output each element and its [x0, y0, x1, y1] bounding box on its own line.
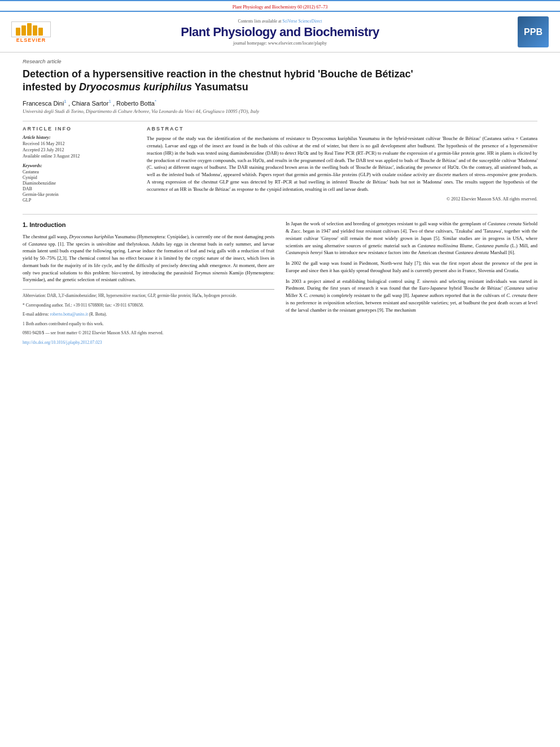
keyword-diaminobenzidine: Diaminobenzidine	[23, 181, 135, 186]
abstract-column: ABSTRACT The purpose of the study was th…	[147, 126, 537, 205]
keywords-label: Keywords:	[23, 163, 135, 168]
journal-header-center: Contents lists available at SciVerse Sci…	[68, 19, 492, 46]
main-content: Research article Detection of a hypersen…	[0, 53, 560, 360]
intro-para3: In 2002 the gall wasp was found in Piedm…	[286, 260, 537, 274]
journal-homepage: journal homepage: www.elsevier.com/locat…	[68, 41, 492, 46]
article-type-label: Research article	[23, 58, 537, 64]
keyword-glp: GLP	[23, 198, 135, 203]
article-history: Article history: Received 16 May 2012 Ac…	[23, 135, 135, 159]
body-col-left: 1. Introduction The chestnut gall wasp, …	[23, 220, 274, 349]
elsevier-tree-image	[11, 21, 51, 37]
keyword-cynipid: Cynipid	[23, 175, 135, 180]
history-label: Article history:	[23, 135, 135, 140]
keywords-list: Castanea Cynipid Diaminobenzidine DAB Ge…	[23, 169, 135, 203]
footnote-section: Abbreviation: DAB, 3,3'-diaminobenzidine…	[23, 289, 274, 346]
sciverse-text: Contents lists available at SciVerse Sci…	[68, 19, 492, 24]
body-col-right: In Japan the work of selection and breed…	[286, 220, 537, 349]
journal-name: Plant Physiology and Biochemistry	[68, 25, 492, 40]
available-date: Available online 3 August 2012	[23, 154, 80, 159]
ppb-logo-section: PPB	[492, 16, 549, 47]
intro-para1: The chestnut gall wasp, Dryocosmus kurip…	[23, 233, 274, 283]
ppb-logo: PPB	[518, 16, 549, 47]
abbreviation-footnote: Abbreviation: DAB, 3,3'-diaminobenzidine…	[23, 293, 274, 299]
authors-line: Francesca Dini1 , Chiara Sartor1 , Rober…	[23, 99, 537, 107]
sciverse-link[interactable]: SciVerse ScienceDirect	[282, 19, 322, 24]
author2-name: , Chiara Sartor	[68, 99, 109, 106]
elsevier-logo-section: ELSEVIER	[11, 21, 68, 43]
article-info-column: ARTICLE INFO Article history: Received 1…	[23, 126, 135, 205]
journal-citation-bar: Plant Physiology and Biochemistry 60 (20…	[0, 2, 560, 12]
accepted-date: Accepted 23 July 2012	[23, 147, 64, 152]
elsevier-logo: ELSEVIER	[11, 21, 51, 43]
svg-rect-1	[21, 25, 26, 36]
author3-name: , Roberto Botta	[113, 99, 155, 106]
svg-rect-0	[16, 28, 20, 36]
footnote1-text: 1 Both authors contributed equally to th…	[23, 321, 274, 327]
elsevier-wordmark: ELSEVIER	[16, 37, 46, 43]
article-info-header: ARTICLE INFO	[23, 126, 135, 132]
keyword-dab: DAB	[23, 186, 135, 191]
issn-line: 0981-9428/$ — see front matter © 2012 El…	[23, 330, 274, 337]
doi-line: http://dx.doi.org/10.1016/j.plaphy.2012.…	[23, 340, 274, 346]
keyword-germin: Germin-like protein	[23, 192, 135, 197]
body-two-col: 1. Introduction The chestnut gall wasp, …	[23, 220, 537, 349]
body-content: 1. Introduction The chestnut gall wasp, …	[23, 214, 537, 349]
author1-name: Francesca Dini	[23, 99, 64, 106]
svg-rect-4	[38, 28, 43, 36]
abstract-text: The purpose of the study was the identif…	[147, 135, 537, 203]
intro-para2: In Japan the work of selection and breed…	[286, 220, 537, 256]
corresponding-footnote: * Corresponding author. Tel.: +39 011 67…	[23, 303, 274, 309]
svg-rect-2	[27, 23, 32, 36]
svg-rect-3	[33, 25, 37, 36]
keywords-section: Keywords: Castanea Cynipid Diaminobenzid…	[23, 163, 135, 203]
intro-para4: In 2003 a project aimed at establishing …	[286, 278, 537, 314]
affiliation-text: Università degli Studi di Torino, Dipart…	[23, 108, 537, 114]
keyword-castanea: Castanea	[23, 169, 135, 174]
article-title: Detection of a hypersensitive reaction i…	[23, 68, 537, 94]
copyright-text: © 2012 Elsevier Masson SAS. All rights r…	[147, 196, 537, 203]
email-footnote: E-mail address: roberto.botta@unito.it (…	[23, 312, 274, 318]
journal-header: ELSEVIER Contents lists available at Sci…	[0, 12, 560, 53]
journal-citation-text: Plant Physiology and Biochemistry 60 (20…	[233, 5, 327, 10]
doi-link[interactable]: http://dx.doi.org/10.1016/j.plaphy.2012.…	[23, 340, 102, 345]
section1-title: 1. Introduction	[23, 220, 274, 230]
received-date: Received 16 May 2012	[23, 141, 64, 146]
abstract-header: ABSTRACT	[147, 126, 537, 132]
article-info-abstract-section: ARTICLE INFO Article history: Received 1…	[23, 121, 537, 205]
email-link[interactable]: roberto.botta@unito.it	[50, 312, 88, 317]
